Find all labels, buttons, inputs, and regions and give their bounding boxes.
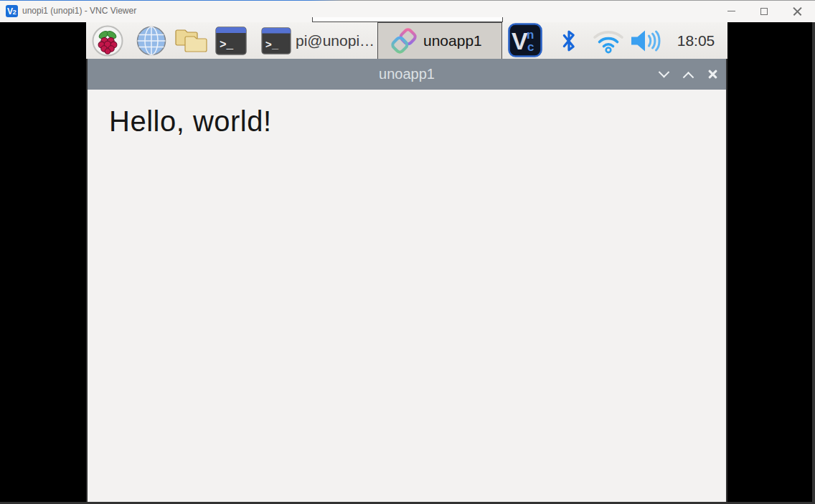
taskbar: >_ >_ pi@unopi… [86,22,727,59]
vnc-server-tray-icon[interactable]: V n c [508,23,542,60]
close-icon [707,69,718,80]
unoapp1-content: Hello, world! [88,90,726,504]
volume-icon [628,27,663,54]
menu-button[interactable] [91,24,124,57]
task-unoapp1[interactable]: unoapp1 [377,22,502,59]
shade-button[interactable] [655,64,672,85]
window-top-border [0,0,815,1]
window-title: unopi1 (unopi1) - VNC Viewer [22,0,136,22]
unoapp1-titlebar[interactable]: unoapp1 [88,59,726,90]
wifi-icon [592,27,625,54]
remote-desktop: >_ >_ pi@unopi… [86,22,727,504]
file-manager-button[interactable] [175,24,208,57]
globe-icon [136,26,166,56]
hello-world-text: Hello, world! [109,105,272,138]
svg-text:>_: >_ [265,38,279,51]
bluetooth-icon [560,27,578,54]
app-close-button[interactable] [704,64,721,85]
svg-text:2: 2 [13,8,17,16]
minimize-icon [727,11,735,11]
wifi-tray-icon[interactable] [592,22,625,59]
volume-tray-icon[interactable] [628,22,663,59]
unoapp1-window-controls [655,59,726,90]
terminal-button[interactable]: >_ [215,24,248,57]
vnc-toolbar-tab[interactable] [312,17,503,22]
task-unoapp1-label: unoapp1 [423,32,482,49]
taskbar-clock[interactable]: 18:05 [673,22,719,59]
uno-logo-icon [391,28,417,54]
window-right-border [812,22,815,504]
folders-icon [175,26,208,56]
task-terminal[interactable]: >_ pi@unopi… [258,22,377,59]
raspberry-icon [92,25,123,57]
vnc-viewer-window: V 2 unopi1 (unopi1) - VNC Viewer [0,0,815,504]
svg-text:>_: >_ [220,39,234,52]
close-icon [793,6,802,16]
minimize-button[interactable] [715,0,748,22]
vnc-icon: V n c [508,23,542,57]
unoapp1-window: unoapp1 Hello, world! [86,59,727,504]
maximize-icon [760,8,768,15]
bluetooth-tray-icon[interactable] [560,22,578,59]
chevron-up-icon [682,72,694,83]
terminal-icon: >_ [215,27,247,55]
svg-text:c: c [527,40,534,54]
maximize-button[interactable] [748,0,781,22]
terminal-icon: >_ [260,27,292,54]
unoapp1-title: unoapp1 [88,59,726,90]
svg-text:V: V [512,27,528,54]
close-button[interactable] [781,0,814,22]
vnc-logo-icon: V 2 [6,5,18,17]
browser-button[interactable] [135,24,168,57]
task-terminal-label: pi@unopi… [296,32,374,49]
chevron-down-icon [658,67,669,78]
unshade-button[interactable] [679,64,697,85]
window-controls [715,0,814,22]
